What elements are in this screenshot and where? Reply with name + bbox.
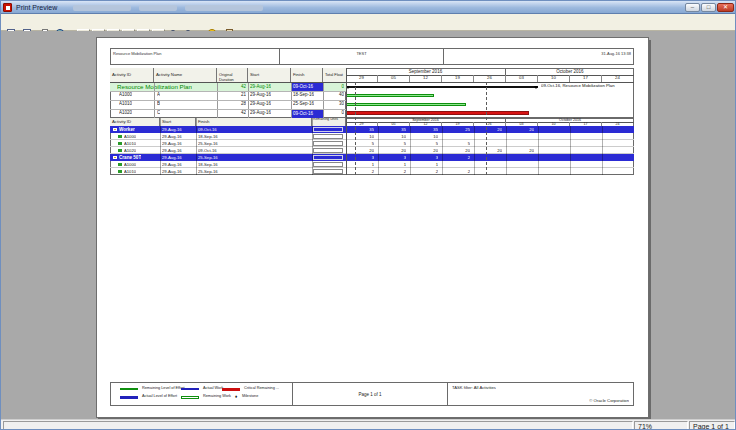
timeline-week: 05 <box>378 75 410 82</box>
grid-line <box>110 82 346 83</box>
legend-label: Remaining Level of Effort <box>142 386 185 391</box>
activity-total-float: 40 <box>323 92 344 98</box>
summary-finish: 09-Oct-16 <box>291 82 323 91</box>
activity-start: 29-Aug-16 <box>250 92 271 98</box>
timeline-month-october: October 2016 <box>506 68 634 75</box>
filter-label: TASK filter: All Activities <box>452 385 496 390</box>
resource-activity-id: A1010 <box>124 169 136 174</box>
grid-line <box>196 118 197 175</box>
activity-start: 29-Aug-16 <box>250 101 271 107</box>
timeline-week: 19 <box>442 75 474 82</box>
resource-assignment-row: A1010 29-Aug-16 25-Sep-16 2 2 2 2 <box>110 168 634 175</box>
units-cell: 3 <box>378 155 406 160</box>
legend-label: Critical Remaining ... <box>244 386 279 391</box>
column-header-start: Start <box>160 118 196 126</box>
grid-line <box>410 126 411 175</box>
units-cell: 20 <box>442 148 470 153</box>
activity-id: A1020 <box>119 110 132 116</box>
units-cell: 2 <box>378 169 406 174</box>
activity-row-summary: Resource Mobilization Plan 42 29-Aug-16 … <box>110 82 346 91</box>
units-cell: 10 <box>346 134 374 139</box>
grid-line <box>506 126 507 175</box>
redacted-title-text <box>73 5 131 11</box>
units-cell: 2 <box>442 169 470 174</box>
legend-swatch-red-solid <box>222 388 240 391</box>
column-header-finish: Finish <box>196 118 312 126</box>
resource-start: 29-Aug-16 <box>162 141 182 146</box>
legend-label: Actual Level of Effort <box>142 394 177 399</box>
activity-name: A <box>157 92 160 98</box>
units-cell: 20 <box>378 148 406 153</box>
gantt-bar-summary <box>346 86 538 88</box>
timeline-month-september: September 2016 <box>346 68 506 75</box>
units-cell: 20 <box>506 148 534 153</box>
resource-finish: 25-Sep-16 <box>198 169 218 174</box>
zoom-level-indicator: 71% <box>634 421 688 430</box>
legend-swatch-green-outline <box>181 396 199 399</box>
month-boundary-line <box>486 82 487 175</box>
summary-bar-endcap <box>534 86 538 89</box>
units-cell: 2 <box>410 169 438 174</box>
grid-line <box>110 100 346 101</box>
resource-assignment-icon <box>118 149 122 153</box>
column-header-remaining-units: Remaining Units <box>312 118 346 126</box>
remaining-units-box <box>313 169 343 175</box>
resource-assignment-row: A1000 29-Aug-16 18-Sep-16 1 1 1 <box>110 161 634 168</box>
page-number-box: Page 1 of 1 <box>292 382 448 406</box>
grid-line <box>602 126 603 175</box>
redacted-title-text <box>139 5 177 11</box>
timeline-week: 12 <box>410 75 442 82</box>
legend-swatch-blue-solid <box>120 396 138 399</box>
resource-finish: 18-Sep-16 <box>198 162 218 167</box>
units-cell: 5 <box>442 141 470 146</box>
activity-total-float: 0 <box>323 110 344 116</box>
resource-start: 29-Aug-16 <box>162 134 182 139</box>
print-preview-window: { "window": { "title": "Print Preview", … <box>0 0 736 430</box>
minimize-button[interactable]: – <box>685 3 700 12</box>
grid-line <box>346 68 347 175</box>
resource-activity-id: A1000 <box>124 162 136 167</box>
activity-duration: 21 <box>217 92 246 98</box>
units-cell: 10 <box>378 134 406 139</box>
units-cell: 1 <box>410 162 438 167</box>
grid-line <box>160 118 161 175</box>
remaining-units-box <box>313 148 343 154</box>
gantt-bar-a1010 <box>346 103 466 106</box>
units-cell: 20 <box>506 127 534 132</box>
resource-group-icon <box>113 128 117 132</box>
resource-group-icon <box>113 156 117 160</box>
filter-box: TASK filter: All Activities © Oracle Cor… <box>447 382 634 406</box>
column-header-activity-id: Activity ID <box>110 68 154 82</box>
activity-total-float: 30 <box>323 101 344 107</box>
resource-assignment-icon <box>118 163 122 167</box>
grid-line <box>570 126 571 175</box>
units-cell: 5 <box>346 141 374 146</box>
close-button[interactable]: ✕ <box>717 3 734 12</box>
resource-finish: 25-Sep-16 <box>198 141 218 146</box>
column-header-activity-name: Activity Name <box>154 68 217 82</box>
resource-activity-id: A1000 <box>124 134 136 139</box>
maximize-button[interactable]: □ <box>701 3 716 12</box>
summary-bar-label: 09-Oct-16, Resource Mobilization Plan <box>541 83 615 89</box>
units-cell: 35 <box>378 127 406 132</box>
activity-name: C <box>157 110 160 116</box>
copyright-label: © Oracle Corporation <box>589 398 629 403</box>
title-bar[interactable]: Print Preview – □ ✕ <box>1 1 736 14</box>
resource-assignment-row: A1010 29-Aug-16 25-Sep-16 5 5 5 5 <box>110 140 634 147</box>
remaining-units-box <box>313 127 343 133</box>
activity-row: A1020 C 42 29-Aug-16 09-Oct-16 0 <box>110 109 346 118</box>
resource-start: 29-Aug-16 <box>162 155 182 160</box>
resource-name: Crane 50T <box>119 155 141 161</box>
activity-duration: 42 <box>217 110 246 116</box>
resource-finish: 18-Sep-16 <box>198 134 218 139</box>
remaining-units-box <box>313 155 343 161</box>
window-title: Print Preview <box>16 3 57 12</box>
toolbar: « ◀ ▶ ▲ ▼ » + − ? → <box>1 14 736 31</box>
units-cell: 20 <box>474 148 502 153</box>
legend-swatch-blue-solid <box>181 388 199 390</box>
activity-id: A1010 <box>119 101 132 107</box>
resource-name: Worker <box>119 127 135 133</box>
grid-line <box>442 126 443 175</box>
column-header-activity-id: Activity ID <box>110 118 160 126</box>
resource-assignment-icon <box>118 142 122 146</box>
